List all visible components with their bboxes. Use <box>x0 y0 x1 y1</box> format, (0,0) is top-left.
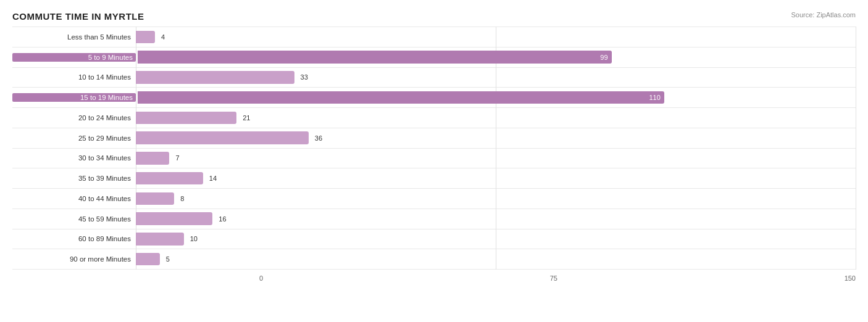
bar-value: 110 <box>649 94 661 101</box>
bar-fill: 110 <box>138 91 664 104</box>
bar-track: 10 <box>136 229 856 249</box>
bar-track: 21 <box>136 108 856 128</box>
chart-title: COMMUTE TIME IN MYRTLE <box>12 11 144 22</box>
bar-value: 8 <box>180 195 868 202</box>
bar-value: 99 <box>600 54 607 61</box>
bar-fill <box>136 152 169 165</box>
bar-track: 16 <box>136 209 856 229</box>
bar-fill <box>136 233 184 246</box>
x-axis-tick: 150 <box>845 275 856 282</box>
bar-track: 4 <box>136 27 856 47</box>
chart-header: COMMUTE TIME IN MYRTLE Source: ZipAtlas.… <box>12 11 856 22</box>
bar-fill <box>136 71 294 84</box>
bar-label: 10 to 14 Minutes <box>12 73 136 81</box>
bar-label: 15 to 19 Minutes <box>12 93 136 102</box>
grid-line-150 <box>856 27 856 270</box>
bar-row: 45 to 59 Minutes16 <box>12 208 856 229</box>
bar-fill: 99 <box>138 51 612 64</box>
bar-fill <box>136 192 174 205</box>
bar-track: 5 <box>136 249 856 269</box>
bar-label: 25 to 29 Minutes <box>12 134 136 142</box>
bar-label: 60 to 89 Minutes <box>12 235 136 242</box>
bar-label: 90 or more Minutes <box>12 255 136 263</box>
bar-track: 8 <box>136 189 856 208</box>
bar-value: 16 <box>219 215 868 223</box>
bar-row: 30 to 34 Minutes7 <box>12 148 856 168</box>
bar-fill <box>136 112 236 125</box>
bar-fill <box>136 253 160 266</box>
bar-track: 99 <box>138 47 856 67</box>
bar-track: 33 <box>136 68 856 88</box>
bar-fill <box>136 212 212 225</box>
x-axis-labels: 075150 <box>136 275 856 282</box>
bar-label: 5 to 9 Minutes <box>12 53 136 62</box>
bar-track: 14 <box>136 168 856 188</box>
bar-value: 14 <box>209 175 868 182</box>
bar-track: 110 <box>138 88 856 107</box>
bars-area: Less than 5 Minutes45 to 9 Minutes9910 t… <box>12 27 856 270</box>
bar-row: 5 to 9 Minutes99 <box>12 47 856 67</box>
chart-body: Less than 5 Minutes45 to 9 Minutes9910 t… <box>12 27 856 282</box>
bar-label: 30 to 34 Minutes <box>12 154 136 162</box>
bar-value: 4 <box>161 33 868 41</box>
bar-fill <box>136 131 309 144</box>
bar-label: 40 to 44 Minutes <box>12 195 136 202</box>
bar-fill <box>136 31 155 44</box>
bar-track: 36 <box>136 128 856 148</box>
bar-fill <box>136 172 203 185</box>
bar-value: 21 <box>243 114 868 122</box>
bar-row: 15 to 19 Minutes110 <box>12 87 856 107</box>
bar-track: 7 <box>136 149 856 168</box>
bar-label: 45 to 59 Minutes <box>12 215 136 223</box>
bar-row: 25 to 29 Minutes36 <box>12 128 856 148</box>
bar-row: 40 to 44 Minutes8 <box>12 188 856 208</box>
bar-label: Less than 5 Minutes <box>12 33 136 41</box>
bar-label: 35 to 39 Minutes <box>12 175 136 182</box>
bar-row: Less than 5 Minutes4 <box>12 27 856 47</box>
bar-row: 10 to 14 Minutes33 <box>12 67 856 88</box>
x-axis-tick: 75 <box>550 275 557 282</box>
x-axis: 075150 <box>12 272 856 282</box>
bar-value: 10 <box>190 235 868 242</box>
bar-row: 60 to 89 Minutes10 <box>12 229 856 249</box>
chart-container: COMMUTE TIME IN MYRTLE Source: ZipAtlas.… <box>0 0 868 322</box>
bar-row: 20 to 24 Minutes21 <box>12 107 856 128</box>
bar-row: 35 to 39 Minutes14 <box>12 168 856 188</box>
bar-label: 20 to 24 Minutes <box>12 114 136 122</box>
chart-source: Source: ZipAtlas.com <box>791 11 856 19</box>
bar-value: 36 <box>315 134 868 142</box>
bar-value: 7 <box>175 154 868 162</box>
bar-value: 33 <box>301 73 868 81</box>
bar-row: 90 or more Minutes5 <box>12 249 856 270</box>
bar-value: 5 <box>166 255 868 263</box>
x-axis-tick: 0 <box>259 275 263 282</box>
